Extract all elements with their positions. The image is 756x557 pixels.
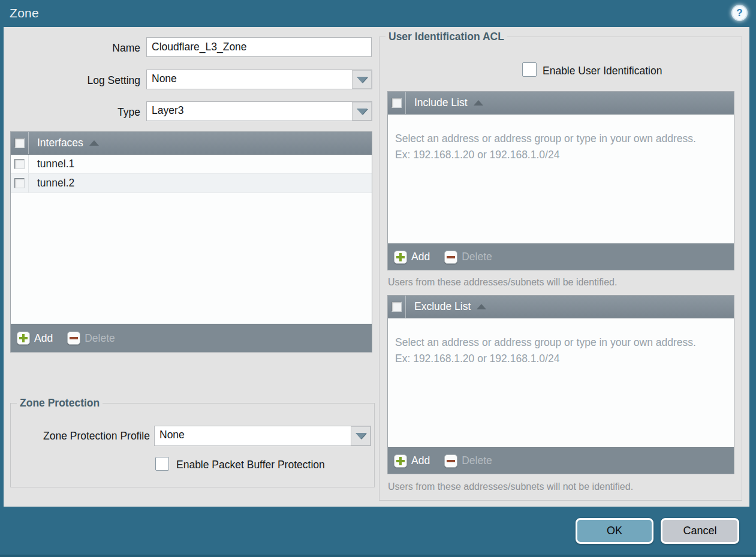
plus-icon: [394, 454, 407, 468]
type-combobox[interactable]: Layer3: [146, 101, 372, 121]
add-button-label: Add: [411, 251, 430, 263]
zone-protection-profile-dropdown-trigger[interactable]: [351, 426, 371, 445]
interfaces-table-header[interactable]: Interfaces: [11, 132, 372, 155]
log-setting-combobox[interactable]: None: [146, 70, 372, 89]
include-list-placeholder: Select an address or address group or ty…: [395, 131, 698, 163]
minus-icon: [67, 332, 80, 345]
delete-button-label: Delete: [462, 251, 492, 263]
exclude-list-body: Select an address or address group or ty…: [388, 318, 734, 447]
exclude-list-header[interactable]: Exclude List: [388, 296, 734, 318]
user-identification-acl-legend: User Identification ACL: [385, 31, 507, 43]
row-checkbox[interactable]: [14, 159, 25, 169]
interfaces-table: Interfaces tunnel.1 tunnel.2 Add: [10, 131, 372, 353]
help-icon[interactable]: ?: [731, 5, 748, 21]
add-button-label: Add: [34, 332, 53, 345]
zone-protection-profile-label: Zone Protection Profile: [11, 430, 150, 442]
cancel-button[interactable]: Cancel: [661, 518, 739, 544]
zone-protection-legend: Zone Protection: [17, 397, 103, 410]
chevron-down-icon: [357, 109, 368, 115]
add-button[interactable]: Add: [394, 454, 430, 468]
table-row[interactable]: tunnel.2: [11, 174, 372, 193]
delete-button-label: Delete: [85, 332, 115, 345]
ok-button[interactable]: OK: [576, 518, 653, 544]
dialog-content: Name Log Setting None Type Layer3 Interf…: [4, 27, 749, 507]
delete-button-label: Delete: [462, 454, 492, 467]
zone-protection-profile-value: None: [155, 426, 351, 445]
sort-ascending-icon: [89, 140, 99, 146]
plus-icon: [394, 251, 407, 264]
exclude-list-placeholder: Select an address or address group or ty…: [395, 335, 698, 367]
chevron-down-icon: [357, 77, 368, 83]
minus-icon: [444, 454, 457, 468]
sort-ascending-icon: [474, 100, 483, 106]
table-row[interactable]: tunnel.1: [11, 155, 372, 174]
include-select-all-checkbox[interactable]: [391, 98, 402, 108]
include-list-toolbar: Add Delete: [388, 243, 734, 270]
interfaces-column-header: Interfaces: [37, 137, 83, 149]
interfaces-select-all-checkbox[interactable]: [14, 138, 25, 148]
zone-protection-profile-combobox[interactable]: None: [154, 426, 371, 446]
row-checkbox[interactable]: [14, 178, 25, 188]
interfaces-table-body: tunnel.1 tunnel.2: [11, 155, 372, 324]
sort-ascending-icon: [477, 304, 486, 309]
dialog-title: Zone: [10, 6, 39, 20]
include-list-note: Users from these addresses/subnets will …: [388, 277, 617, 288]
interfaces-table-toolbar: Add Delete: [11, 324, 372, 352]
packet-buffer-protection-label: Enable Packet Buffer Protection: [176, 459, 325, 471]
exclude-list-table: Exclude List Select an address or addres…: [387, 295, 734, 474]
add-button[interactable]: Add: [394, 251, 430, 264]
name-input[interactable]: [146, 37, 372, 57]
packet-buffer-protection-checkbox[interactable]: [155, 457, 169, 471]
delete-button[interactable]: Delete: [444, 454, 492, 468]
exclude-select-all-checkbox[interactable]: [391, 302, 402, 312]
log-setting-value: None: [147, 70, 352, 89]
user-identification-acl-fieldset: User Identification ACL Enable User Iden…: [379, 37, 742, 501]
dialog-titlebar: Zone ?: [0, 0, 756, 27]
interface-name: tunnel.1: [37, 158, 74, 170]
type-label: Type: [4, 106, 140, 119]
log-setting-label: Log Setting: [4, 74, 140, 87]
delete-button[interactable]: Delete: [67, 332, 115, 345]
type-dropdown-trigger[interactable]: [352, 102, 372, 121]
type-value: Layer3: [147, 102, 352, 121]
include-list-table: Include List Select an address or addres…: [387, 91, 734, 270]
exclude-list-column-header: Exclude List: [414, 300, 471, 313]
interface-name: tunnel.2: [37, 177, 74, 189]
exclude-list-note: Users from these addresses/subnets will …: [388, 481, 633, 492]
include-list-body: Select an address or address group or ty…: [388, 115, 734, 243]
name-label: Name: [4, 42, 140, 55]
zone-protection-fieldset: Zone Protection Zone Protection Profile …: [10, 403, 375, 487]
add-button-label: Add: [411, 454, 430, 467]
exclude-list-toolbar: Add Delete: [388, 447, 734, 474]
zone-dialog: Zone ? Name Log Setting None Type Layer3…: [0, 0, 756, 557]
minus-icon: [444, 251, 457, 264]
chevron-down-icon: [356, 433, 366, 439]
enable-user-identification-checkbox[interactable]: [522, 62, 537, 77]
include-list-column-header: Include List: [414, 97, 468, 109]
log-setting-dropdown-trigger[interactable]: [352, 70, 372, 89]
plus-icon: [17, 332, 30, 345]
enable-user-identification-label: Enable User Identification: [543, 65, 662, 77]
add-button[interactable]: Add: [17, 332, 53, 345]
include-list-header[interactable]: Include List: [388, 92, 734, 115]
delete-button[interactable]: Delete: [444, 251, 492, 264]
